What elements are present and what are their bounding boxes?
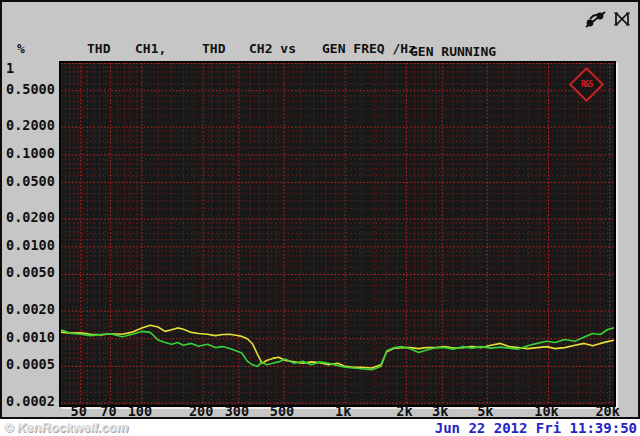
status-gen: GEN RUNNING — [410, 43, 543, 60]
analyzer-screen: GEN RUNNING ANL 1:TERM 2:TERM SWP TERMIN… — [0, 0, 640, 419]
plot-area: R&S — [59, 61, 616, 407]
title-ch1: CH1, — [135, 41, 166, 56]
plot-grid — [61, 63, 614, 405]
title-thd-2: THD — [202, 41, 225, 56]
title-xlabel: GEN FREQ /Hz — [322, 41, 416, 56]
monitor-disabled-icon — [612, 10, 632, 28]
logo-text: R&S — [581, 80, 592, 89]
caption-bar: © KenRockwell.com Jun 22 2012 Fri 11:39:… — [0, 419, 640, 436]
datetime-stamp: Jun 22 2012 Fri 11:39:50 — [435, 420, 637, 436]
y-axis-unit: % — [17, 41, 25, 56]
status-icons — [585, 10, 632, 28]
title-ch2-vs: CH2 vs — [249, 41, 296, 56]
title-thd-1: THD — [87, 41, 110, 56]
mouse-disabled-icon — [585, 10, 607, 28]
kenrockwell-watermark: © KenRockwell.com — [4, 420, 128, 435]
